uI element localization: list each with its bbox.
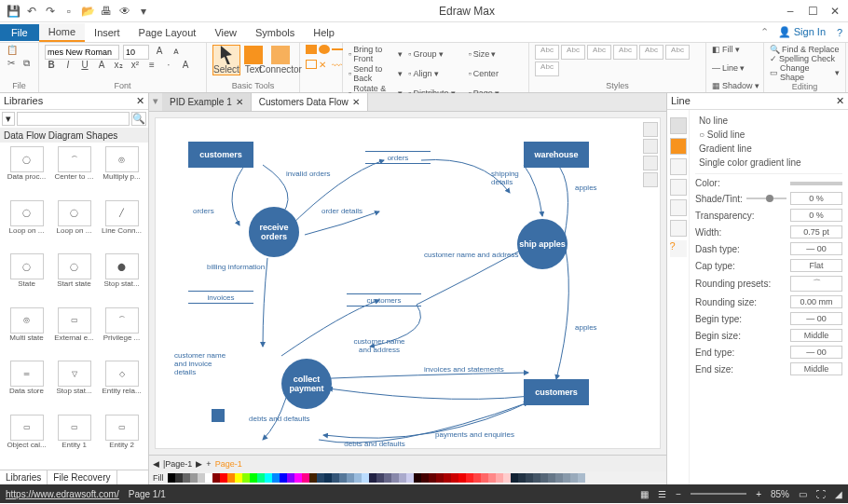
color-swatch[interactable] [257, 473, 265, 483]
color-swatch[interactable] [183, 473, 190, 483]
color-swatch[interactable] [198, 473, 205, 483]
color-swatch[interactable] [205, 473, 212, 483]
shape-stencil[interactable]: ◯Loop on ... [4, 200, 49, 252]
color-swatch[interactable] [190, 473, 198, 483]
shape-stencil[interactable]: ◯Start state [51, 253, 97, 306]
connector-tool[interactable]: Connector [267, 46, 294, 75]
shadow-tab-icon[interactable] [670, 158, 687, 175]
group-button[interactable]: ▫ Group ▾ [408, 45, 462, 63]
tab-home[interactable]: Home [39, 23, 85, 42]
search-icon[interactable]: 🔍 [131, 112, 146, 126]
shape-stencil[interactable]: ◯State [4, 253, 49, 306]
entity-warehouse[interactable]: warehouse [524, 142, 589, 168]
shape-stencil[interactable]: ▭External e... [51, 307, 97, 360]
shape-circle-icon[interactable] [319, 45, 330, 54]
line-button[interactable]: — Line ▾ [712, 63, 758, 73]
color-swatch[interactable] [265, 473, 272, 483]
color-swatch[interactable] [220, 473, 227, 483]
shape-line-icon[interactable] [332, 48, 343, 58]
select-tool[interactable]: Select [212, 45, 240, 75]
find-replace-button[interactable]: 🔍 Find & Replace [770, 45, 840, 54]
tab-list-icon[interactable]: ▾ [149, 93, 162, 111]
libraries-tab[interactable]: Libraries [0, 470, 48, 484]
close-panel-icon[interactable]: ✕ [836, 95, 844, 107]
dash-value[interactable]: — 00 [790, 242, 842, 255]
color-swatch[interactable] [362, 473, 369, 483]
shape-stencil[interactable]: ◎Multiply p... [99, 146, 144, 198]
color-swatch[interactable] [168, 473, 175, 483]
color-swatch[interactable] [354, 473, 362, 483]
tab-help[interactable]: Help [304, 24, 344, 41]
page-next-icon[interactable]: ▶ [196, 459, 202, 469]
underline-button[interactable]: U [78, 60, 91, 73]
color-swatch[interactable] [317, 473, 324, 483]
color-swatch[interactable] [250, 473, 257, 483]
close-tab-icon[interactable]: ✕ [236, 97, 243, 107]
zoom-in-icon[interactable]: + [756, 489, 761, 499]
save-icon[interactable]: 💾 [6, 4, 21, 19]
color-swatch[interactable] [212, 473, 220, 483]
subscript-button[interactable]: x₂ [112, 60, 125, 73]
entity-customers[interactable]: customers [188, 142, 253, 168]
shape-star-icon[interactable]: ✕ [319, 60, 330, 69]
color-swatch[interactable] [526, 473, 533, 483]
shape-curve-icon[interactable]: 〰 [332, 60, 343, 69]
color-swatch[interactable] [570, 473, 578, 483]
align-button[interactable]: ▫ Align ▾ [408, 64, 462, 83]
copy-icon[interactable]: ⧉ [21, 58, 34, 71]
page-tab-icon[interactable] [670, 220, 687, 237]
zoom-out-icon[interactable]: − [676, 489, 681, 499]
begin-type-value[interactable]: — 00 [790, 312, 842, 325]
shape-stencil[interactable]: ╱Line Conn... [99, 200, 144, 252]
file-menu[interactable]: File [0, 24, 39, 41]
close-button[interactable]: ✕ [827, 5, 842, 18]
color-swatch[interactable] [488, 473, 496, 483]
tab-insert[interactable]: Insert [85, 24, 130, 41]
superscript-button[interactable]: x² [129, 60, 142, 73]
fullscreen-icon[interactable]: ⛶ [816, 489, 826, 499]
file-recovery-tab[interactable]: File Recovery [48, 470, 116, 484]
transparency-value[interactable]: 0 % [790, 209, 842, 222]
style-swatch[interactable]: Abc [613, 45, 637, 60]
shape-stencil[interactable]: ◯Data proc... [4, 146, 49, 198]
shape-stencil[interactable]: ▭Object cal... [4, 415, 49, 467]
color-swatch[interactable] [473, 473, 481, 483]
preview-icon[interactable]: 👁 [117, 4, 132, 19]
color-swatch[interactable] [555, 473, 563, 483]
color-swatch[interactable] [406, 473, 414, 483]
color-swatch[interactable] [421, 473, 429, 483]
shade-slider[interactable] [766, 195, 773, 202]
color-swatch[interactable] [294, 473, 302, 483]
align-button[interactable]: ≡ [145, 60, 158, 73]
process-collect-payment[interactable]: collect payment [281, 359, 332, 409]
color-swatch[interactable] [332, 473, 339, 483]
color-swatch[interactable] [384, 473, 391, 483]
color-swatch[interactable] [324, 473, 332, 483]
datastore-orders[interactable]: orders [365, 151, 431, 164]
color-swatch[interactable] [466, 473, 473, 483]
color-swatch[interactable] [399, 473, 406, 483]
font-name-combo[interactable] [45, 45, 119, 60]
close-tab-icon[interactable]: ✕ [352, 97, 360, 107]
close-panel-icon[interactable]: ✕ [136, 95, 144, 107]
color-swatch[interactable] [242, 473, 250, 483]
color-swatch[interactable] [548, 473, 555, 483]
style-swatch[interactable]: Abc [535, 45, 559, 60]
end-size-value[interactable]: Middle [790, 362, 842, 375]
color-swatch[interactable] [376, 473, 384, 483]
color-swatch[interactable] [563, 473, 570, 483]
style-swatch[interactable]: Abc [535, 61, 559, 76]
undo-icon[interactable]: ↶ [24, 4, 39, 19]
status-url[interactable]: https://www.edrawsoft.com/ [6, 489, 119, 499]
tab-page-layout[interactable]: Page Layout [130, 24, 206, 41]
color-swatch[interactable] [540, 473, 548, 483]
color-swatch[interactable] [503, 473, 511, 483]
shape-rect-icon[interactable] [306, 45, 317, 54]
font-size-combo[interactable] [123, 45, 149, 60]
style-swatch[interactable]: Abc [665, 45, 690, 60]
bring-to-front-button[interactable]: ▫ Bring to Front ▾ [349, 45, 403, 63]
shape-stencil[interactable]: ▭Entity 2 [99, 415, 144, 467]
page-prev-icon[interactable]: ◀ [153, 459, 159, 469]
print-icon[interactable]: 🖶 [99, 4, 114, 19]
color-swatch[interactable] [451, 473, 458, 483]
